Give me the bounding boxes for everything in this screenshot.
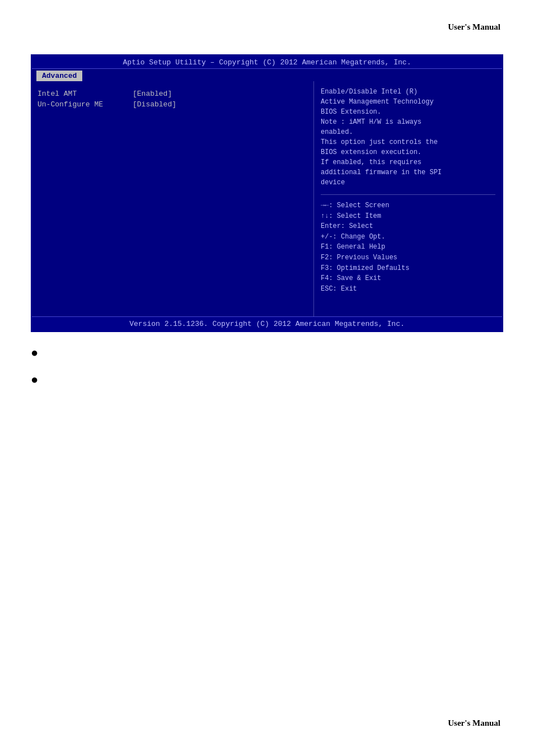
bios-help-panel: Enable/Disable Intel (R)Active Managemen… [314, 81, 502, 316]
bios-setting-row-intel-amt[interactable]: Intel AMT [Enabled] [38, 90, 308, 98]
bios-setting-name-intel-amt: Intel AMT [38, 90, 133, 98]
bullet-item-2: ● [31, 376, 503, 386]
bios-setting-name-unconfigure-me: Un-Configure ME [38, 100, 133, 109]
bios-key-select-item: ↑↓: Select Item [321, 211, 495, 222]
bios-title-bar: Aptio Setup Utility – Copyright (C) 2012… [32, 55, 502, 69]
bullet-item-1: ● [31, 349, 503, 359]
bios-screen: Aptio Setup Utility – Copyright (C) 2012… [31, 54, 503, 332]
bios-setting-row-unconfigure-me[interactable]: Un-Configure ME [Disabled] [38, 100, 308, 109]
page-footer-title: User's Manual [448, 718, 500, 728]
page-header-title: User's Manual [0, 0, 534, 43]
bios-help-text: Enable/Disable Intel (R)Active Managemen… [321, 87, 495, 195]
bios-content-area: Intel AMT [Enabled] Un-Configure ME [Dis… [32, 81, 502, 316]
bios-key-f3: F3: Optimized Defaults [321, 263, 495, 274]
bios-key-select-screen: →←: Select Screen [321, 200, 495, 211]
bullet-dot-2: ● [31, 374, 38, 386]
bullet-dot-1: ● [31, 347, 38, 359]
bios-key-f2: F2: Previous Values [321, 253, 495, 263]
bios-version-bar: Version 2.15.1236. Copyright (C) 2012 Am… [32, 316, 502, 331]
bios-tab-bar: Advanced [32, 69, 502, 81]
bios-setting-value-unconfigure-me: [Disabled] [133, 100, 176, 109]
bios-key-enter: Enter: Select [321, 221, 495, 232]
bios-tab-advanced[interactable]: Advanced [36, 71, 82, 81]
bios-setting-value-intel-amt: [Enabled] [133, 90, 172, 98]
bios-key-f1: F1: General Help [321, 242, 495, 253]
bios-key-change-opt: +/-: Change Opt. [321, 232, 495, 242]
bios-key-esc: ESC: Exit [321, 284, 495, 295]
bios-key-help: →←: Select Screen ↑↓: Select Item Enter:… [321, 200, 495, 294]
bullet-section: ● ● [31, 349, 503, 386]
bios-key-f4: F4: Save & Exit [321, 273, 495, 284]
bios-settings-panel: Intel AMT [Enabled] Un-Configure ME [Dis… [32, 81, 314, 316]
